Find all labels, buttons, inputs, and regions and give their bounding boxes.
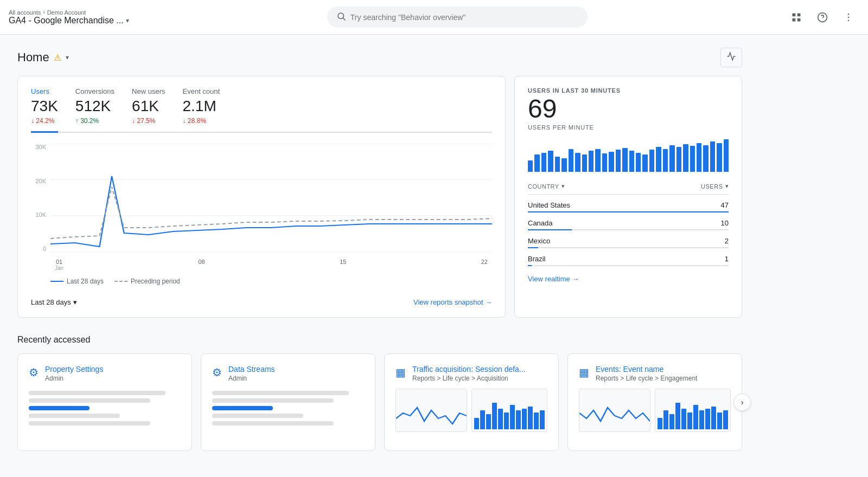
card-preview-chart [579, 389, 731, 432]
mini-bar-item [699, 410, 704, 429]
country-column-header[interactable]: COUNTRY ▾ [528, 183, 565, 190]
recently-accessed-title: Recently accessed [17, 335, 742, 345]
country-value: 2 [725, 237, 729, 245]
realtime-bar [575, 153, 580, 172]
card-icon: ⚙ [29, 366, 39, 379]
more-button[interactable] [838, 7, 859, 28]
realtime-bar [676, 147, 681, 172]
realtime-title: USERS IN LAST 30 MINUTES [528, 87, 729, 94]
mini-bar-chart [655, 389, 731, 432]
property-selector[interactable]: GA4 - Google Merchandise ... ▾ [9, 16, 129, 25]
preview-line [29, 391, 165, 395]
svg-line-1 [343, 18, 345, 20]
svg-point-9 [848, 16, 850, 18]
card-icon: ▦ [579, 366, 589, 379]
country-bar-fill [528, 265, 532, 266]
view-reports-link[interactable]: View reports snapshot → [413, 298, 492, 306]
mini-bar-item [522, 409, 527, 430]
sparkline-button[interactable] [720, 48, 742, 67]
card-title[interactable]: Data Streams [228, 365, 275, 373]
svg-point-0 [338, 13, 344, 19]
view-realtime-link[interactable]: View realtime → [528, 275, 729, 283]
country-bar-bg [528, 229, 729, 230]
y-axis: 30K 20K 10K 0 [31, 144, 50, 252]
realtime-bar [703, 145, 708, 172]
metric-event-count[interactable]: Event count 2.1M ↓ 28.8% [183, 87, 220, 132]
panels-container: Users 73K ↓ 24.2% Conversions 512K ↑ 30.… [17, 76, 742, 318]
country-row[interactable]: Mexico 2 [528, 237, 729, 248]
card-title[interactable]: Events: Event name [596, 365, 697, 373]
all-accounts-link[interactable]: All accounts [9, 9, 41, 16]
mini-bar-item [723, 410, 728, 429]
legend-last28: Last 28 days [50, 278, 104, 285]
legend-preceding-label: Preceding period [131, 278, 180, 285]
page-title-row: Home ⚠ ▾ [17, 48, 742, 67]
x-label-08: 08 [199, 259, 205, 271]
metric-conversions[interactable]: Conversions 512K ↑ 30.2% [75, 87, 114, 132]
country-value: 1 [725, 255, 729, 263]
header: All accounts › Demo Account GA4 - Google… [0, 0, 868, 35]
header-actions [786, 7, 859, 28]
country-row[interactable]: Canada 10 [528, 219, 729, 230]
realtime-bar [629, 151, 634, 172]
metric-users-value: 73K [31, 98, 58, 115]
mini-bar-item [528, 407, 533, 429]
date-range-button[interactable]: Last 28 days ▾ [31, 298, 77, 306]
country-row[interactable]: Brazil 1 [528, 255, 729, 266]
property-name: GA4 - Google Merchandise ... [9, 16, 124, 25]
mini-bar-item [540, 410, 545, 429]
metric-event-count-label: Event count [183, 87, 220, 95]
realtime-bar [561, 158, 566, 172]
realtime-bar [656, 147, 661, 172]
page-title-dropdown[interactable]: ▾ [66, 54, 69, 61]
users-column-header[interactable]: USERS ▾ [701, 183, 729, 190]
metric-users-change: ↓ 24.2% [31, 117, 58, 125]
mini-line-chart [395, 389, 467, 432]
card-header: ⚙ Property Settings Admin [29, 365, 181, 382]
card-icon: ▦ [395, 366, 406, 379]
mini-bar-item [717, 412, 722, 430]
y-label-10k: 10K [31, 211, 46, 218]
mini-bar-item [474, 418, 479, 429]
card-preview [212, 391, 364, 426]
search-input[interactable] [350, 13, 578, 22]
panel-bottom: Last 28 days ▾ View reports snapshot → [31, 298, 492, 306]
mini-bar-item [492, 403, 497, 429]
realtime-panel-bottom: View realtime → [528, 275, 729, 283]
metric-new-users[interactable]: New users 61K ↓ 27.5% [132, 87, 165, 132]
metric-users-label: Users [31, 87, 58, 95]
users-header-label: USERS [701, 183, 723, 190]
svg-rect-4 [793, 18, 796, 21]
realtime-bar [555, 157, 560, 172]
metrics-panel: Users 73K ↓ 24.2% Conversions 512K ↑ 30.… [17, 76, 506, 318]
realtime-subtitle: USERS PER MINUTE [528, 124, 729, 131]
country-rows: United States 47 Canada 10 Mexico 2 Braz… [528, 201, 729, 266]
card-header: ⚙ Data Streams Admin [212, 365, 364, 382]
card-title[interactable]: Traffic acquisition: Session defa... [412, 365, 526, 373]
cards-next-button[interactable]: › [733, 394, 751, 411]
preview-line [212, 391, 349, 395]
help-button[interactable] [812, 7, 833, 28]
line-chart [50, 144, 492, 252]
card-icon: ⚙ [212, 366, 222, 379]
realtime-bar [683, 144, 688, 172]
country-row[interactable]: United States 47 [528, 201, 729, 212]
recently-accessed-card[interactable]: ⚙ Data Streams Admin [201, 353, 375, 451]
breadcrumb-chevron: › [43, 9, 44, 15]
chart-container: 30K 20K 10K 0 [31, 144, 492, 294]
metric-users[interactable]: Users 73K ↓ 24.2% [31, 87, 58, 133]
card-title[interactable]: Property Settings [45, 365, 103, 373]
recently-accessed-card[interactable]: ▦ Events: Event name Reports > Life cycl… [567, 353, 742, 451]
legend-last28-label: Last 28 days [67, 278, 104, 285]
card-subtitle: Admin [45, 375, 103, 382]
realtime-bar [589, 151, 593, 172]
search-box[interactable] [327, 7, 588, 28]
mini-bar-item [711, 407, 716, 429]
y-label-30k: 30K [31, 144, 46, 150]
recently-accessed-card[interactable]: ⚙ Property Settings Admin [17, 353, 192, 451]
y-label-20k: 20K [31, 178, 46, 184]
recently-accessed-card[interactable]: ▦ Traffic acquisition: Session defa... R… [384, 353, 559, 451]
warning-icon: ⚠ [54, 53, 61, 63]
country-bar-bg [528, 247, 729, 248]
apps-button[interactable] [786, 7, 807, 28]
